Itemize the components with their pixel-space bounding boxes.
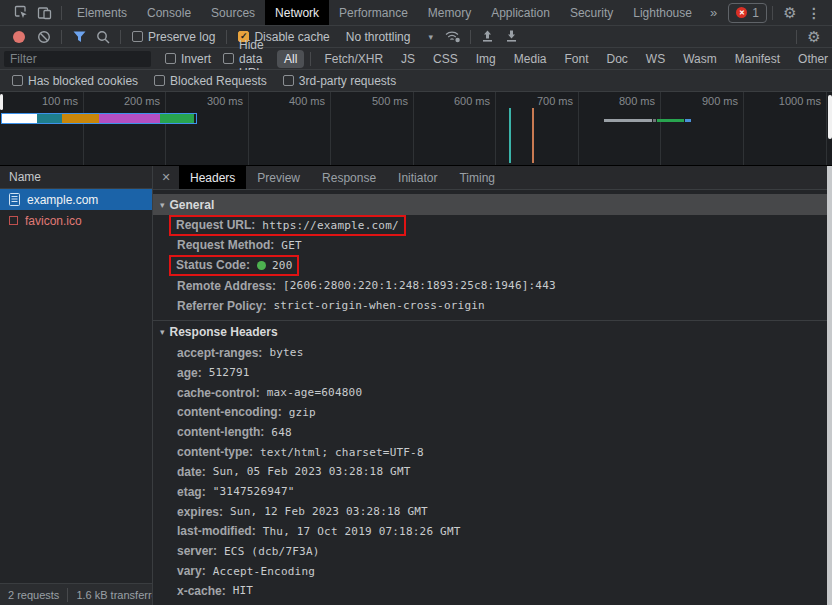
request-row-example-com[interactable]: example.com	[0, 189, 152, 210]
separator	[61, 6, 62, 20]
resource-type-filters: AllFetch/XHRJSCSSImgMediaFontDocWSWasmMa…	[275, 50, 832, 68]
tab-lighthouse[interactable]: Lighthouse	[623, 0, 702, 25]
has-blocked-cookies-toggle[interactable]: Has blocked cookies	[12, 74, 138, 88]
separator	[61, 30, 62, 44]
device-toolbar-icon	[37, 6, 52, 20]
tab-application[interactable]: Application	[481, 0, 560, 25]
tab-memory[interactable]: Memory	[418, 0, 481, 25]
detail-tab-response[interactable]: Response	[311, 166, 387, 189]
header-name: date:	[177, 465, 206, 479]
header-name: expires:	[177, 505, 223, 519]
settings-gear-button[interactable]: ⚙	[778, 1, 802, 25]
invert-checkbox[interactable]	[165, 53, 176, 64]
header-value: Accept-Encoding	[213, 565, 315, 578]
tab-console[interactable]: Console	[137, 0, 201, 25]
network-conditions-button[interactable]	[441, 25, 465, 49]
header-row-content-length: content-length:648	[153, 422, 827, 442]
filter-type-fetch-xhr[interactable]: Fetch/XHR	[317, 50, 390, 68]
more-tabs-button[interactable]: »	[702, 5, 725, 20]
network-settings-gear-button[interactable]: ⚙	[802, 25, 826, 49]
import-har-button[interactable]	[476, 25, 500, 49]
tick-label: 900 ms	[668, 95, 738, 107]
name-column-header[interactable]: Name	[0, 166, 152, 189]
filter-type-manifest[interactable]: Manifest	[728, 50, 787, 68]
filter-input[interactable]	[4, 51, 151, 67]
overview-left-handle[interactable]	[0, 94, 3, 110]
header-value: 648	[271, 426, 291, 439]
response-headers-section-title: Response Headers	[170, 325, 278, 339]
window-scrollbar[interactable]	[827, 166, 832, 605]
header-value: 200	[272, 259, 292, 272]
kebab-menu-button[interactable]: ⋮	[802, 1, 826, 25]
filter-type-doc[interactable]: Doc	[599, 50, 634, 68]
detail-tab-preview[interactable]: Preview	[246, 166, 311, 189]
overview-right-handle[interactable]	[828, 95, 832, 139]
tick-label: 1000 ms	[751, 95, 821, 107]
detail-tab-headers[interactable]: Headers	[179, 166, 246, 189]
clear-button[interactable]	[32, 25, 56, 49]
grid-line	[165, 92, 166, 165]
invert-toggle[interactable]: Invert	[165, 52, 211, 66]
filter-type-ws[interactable]: WS	[639, 50, 672, 68]
preserve-log-checkbox[interactable]	[132, 31, 143, 42]
close-details-button[interactable]: ✕	[153, 166, 179, 189]
has-blocked-cookies-label: Has blocked cookies	[28, 74, 138, 88]
header-value: max-age=604800	[267, 386, 363, 399]
filter-type-js[interactable]: JS	[394, 50, 422, 68]
tab-network[interactable]: Network	[265, 0, 329, 25]
waterfall-segment	[62, 114, 99, 123]
3rd-party-requests-checkbox[interactable]	[283, 75, 294, 86]
has-blocked-cookies-checkbox[interactable]	[12, 75, 23, 86]
request-list: example.comfavicon.ico	[0, 189, 152, 231]
tab-sources[interactable]: Sources	[201, 0, 265, 25]
requests-panel: Name example.comfavicon.ico 2 requests 1…	[0, 166, 153, 605]
inspect-element-button[interactable]	[8, 1, 32, 25]
separator	[120, 30, 121, 44]
export-har-button[interactable]	[500, 25, 524, 49]
error-count-badge[interactable]: ✕ 1	[728, 3, 767, 23]
grid-line	[578, 92, 579, 165]
header-name: vary:	[177, 564, 206, 578]
tick-label: 400 ms	[255, 95, 325, 107]
status-dot-icon	[257, 261, 266, 270]
summary-bar: 2 requests 1.6 kB transferred	[0, 583, 152, 605]
disclosure-triangle-icon: ▾	[160, 327, 165, 337]
detail-tab-timing[interactable]: Timing	[448, 166, 506, 189]
filter-type-all[interactable]: All	[277, 50, 304, 68]
blocked-requests-toggle[interactable]: Blocked Requests	[154, 74, 267, 88]
request-row-favicon-ico[interactable]: favicon.ico	[0, 210, 152, 231]
filter-type-other[interactable]: Other	[791, 50, 832, 68]
header-value: Sun, 05 Feb 2023 03:28:18 GMT	[213, 465, 411, 478]
header-row-server: server:ECS (dcb/7F3A)	[153, 541, 827, 561]
tab-security[interactable]: Security	[560, 0, 623, 25]
blocked-requests-checkbox[interactable]	[154, 75, 165, 86]
3rd-party-requests-toggle[interactable]: 3rd-party requests	[283, 74, 396, 88]
tab-performance[interactable]: Performance	[329, 0, 418, 25]
filter-type-font[interactable]: Font	[557, 50, 595, 68]
waterfall-segment	[2, 114, 37, 123]
hide-data-urls-checkbox[interactable]	[223, 53, 234, 64]
filter-type-css[interactable]: CSS	[426, 50, 465, 68]
disclosure-triangle-icon: ▾	[160, 200, 165, 210]
clear-icon	[37, 30, 51, 44]
waterfall-segment	[99, 114, 160, 123]
throttling-select[interactable]: No throttling ▾	[346, 30, 433, 44]
preserve-log-toggle[interactable]: Preserve log	[132, 30, 215, 44]
tab-elements[interactable]: Elements	[67, 0, 137, 25]
device-toolbar-button[interactable]	[32, 1, 56, 25]
general-section-header[interactable]: ▾ General	[153, 194, 827, 215]
filter-type-wasm[interactable]: Wasm	[676, 50, 724, 68]
record-button[interactable]	[13, 31, 25, 43]
overview[interactable]: 100 ms200 ms300 ms400 ms500 ms600 ms700 …	[0, 92, 832, 166]
header-row-accept-ranges: accept-ranges:bytes	[153, 343, 827, 363]
response-headers-section-header[interactable]: ▾ Response Headers	[153, 321, 827, 343]
dom-content-loaded-marker	[509, 108, 511, 163]
filter-type-img[interactable]: Img	[469, 50, 503, 68]
search-button[interactable]	[91, 25, 115, 49]
header-name: accept-ranges:	[177, 346, 262, 360]
filter-toggle-button[interactable]	[67, 25, 91, 49]
detail-tab-initiator[interactable]: Initiator	[387, 166, 448, 189]
annotation-box: Request URL:https://example.com/	[169, 215, 406, 236]
filter-type-media[interactable]: Media	[507, 50, 554, 68]
grid-line	[743, 92, 744, 165]
